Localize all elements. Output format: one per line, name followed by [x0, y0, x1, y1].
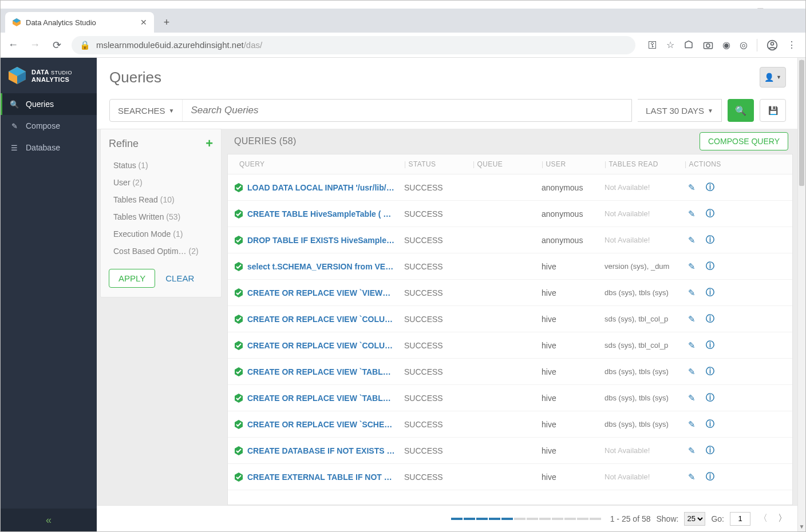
scroll-down-icon[interactable]: ▼ — [798, 523, 805, 531]
table-row: CREATE OR REPLACE VIEW `COLUM…SUCCESShiv… — [228, 332, 792, 359]
magnifier-icon: 🔍 — [735, 105, 746, 116]
clear-button[interactable]: CLEAR — [162, 269, 197, 288]
search-button[interactable]: 🔍 — [728, 99, 754, 122]
query-link[interactable]: CREATE OR REPLACE VIEW `TABLES… — [247, 394, 395, 403]
key-icon[interactable]: ⚿ — [648, 40, 657, 50]
cell-tables-read: dbs (sys), tbls (sys) — [600, 362, 680, 382]
col-status[interactable]: |STATUS — [400, 154, 468, 174]
info-action-icon[interactable]: ⓘ — [706, 445, 714, 456]
success-badge-icon — [234, 314, 244, 324]
back-button[interactable]: ← — [6, 38, 20, 52]
edit-action-icon[interactable]: ✎ — [688, 314, 696, 324]
query-link[interactable]: CREATE OR REPLACE VIEW `TABLE_… — [247, 367, 395, 376]
edit-action-icon[interactable]: ✎ — [688, 288, 696, 298]
compose-query-button[interactable]: COMPOSE QUERY — [700, 132, 788, 150]
pager-prev[interactable]: 〈 — [756, 513, 770, 525]
reload-button[interactable]: ⟳ — [50, 38, 64, 52]
query-link[interactable]: CREATE OR REPLACE VIEW `COLUM… — [247, 341, 395, 350]
edit-action-icon[interactable]: ✎ — [688, 472, 696, 482]
profile-icon[interactable] — [767, 39, 778, 51]
pager-go-input[interactable] — [730, 512, 750, 526]
col-query[interactable]: QUERY — [228, 154, 400, 174]
edit-action-icon[interactable]: ✎ — [688, 209, 696, 219]
close-tab-icon[interactable]: ✕ — [140, 18, 147, 27]
info-action-icon[interactable]: ⓘ — [706, 235, 714, 245]
searches-dropdown[interactable]: SEARCHES ▼ — [110, 100, 183, 121]
kebab-menu-icon[interactable]: ⋮ — [787, 39, 796, 50]
searches-dropdown-label: SEARCHES — [118, 106, 165, 116]
cell-status: SUCCESS — [400, 177, 468, 198]
refine-item[interactable]: Cost Based Optim… (2) — [101, 243, 221, 260]
sidebar-item-database[interactable]: ☰ Database — [1, 137, 97, 158]
browser-tab-active[interactable]: Data Analytics Studio ✕ — [5, 12, 154, 33]
cast-icon[interactable] — [683, 40, 694, 50]
star-icon[interactable]: ☆ — [666, 39, 674, 50]
date-range-dropdown[interactable]: LAST 30 DAYS ▼ — [638, 99, 722, 122]
user-menu-button[interactable]: 👤▼ — [760, 67, 786, 88]
browser-window: — ☐ ✕ Data Analytics Studio ✕ + ← → ⟳ 🔒 … — [0, 0, 806, 532]
info-action-icon[interactable]: ⓘ — [706, 208, 714, 219]
vertical-scrollbar[interactable]: ▲ ▼ — [797, 58, 805, 531]
col-user[interactable]: |USER — [537, 154, 600, 174]
search-input[interactable] — [183, 100, 631, 121]
refine-add-button[interactable]: + — [206, 136, 213, 151]
query-link[interactable]: CREATE OR REPLACE VIEW `SCHEM… — [247, 420, 395, 429]
camera-icon[interactable] — [703, 41, 713, 50]
query-link[interactable]: CREATE OR REPLACE VIEW `VIEWS` … — [247, 288, 395, 297]
edit-action-icon[interactable]: ✎ — [688, 419, 696, 430]
refine-item[interactable]: Status (1) — [101, 157, 221, 174]
info-action-icon[interactable]: ⓘ — [706, 287, 714, 298]
edit-action-icon[interactable]: ✎ — [688, 235, 696, 245]
sidebar-item-queries[interactable]: 🔍 Queries — [1, 93, 97, 115]
scrollbar-thumb[interactable] — [799, 60, 804, 186]
info-action-icon[interactable]: ⓘ — [706, 419, 714, 430]
cell-user: anonymous — [537, 204, 600, 224]
info-action-icon[interactable]: ⓘ — [706, 392, 714, 403]
query-link[interactable]: LOAD DATA LOCAL INPATH '/usr/lib/exa… — [247, 183, 395, 192]
cell-queue — [468, 419, 537, 430]
forward-button[interactable]: → — [28, 38, 42, 52]
info-action-icon[interactable]: ⓘ — [706, 366, 714, 377]
pager-next[interactable]: 〉 — [776, 513, 789, 525]
refine-item[interactable]: Execution Mode (1) — [101, 225, 221, 243]
sidebar-item-label: Queries — [26, 100, 54, 109]
edit-action-icon[interactable]: ✎ — [688, 261, 696, 272]
sidebar-item-compose[interactable]: ✎ Compose — [1, 115, 97, 137]
cell-user: anonymous — [537, 230, 600, 251]
query-link[interactable]: CREATE OR REPLACE VIEW `COLUM… — [247, 315, 395, 324]
edit-action-icon[interactable]: ✎ — [688, 340, 696, 351]
col-tables-read[interactable]: |TABLES READ — [600, 154, 680, 174]
info-action-icon[interactable]: ⓘ — [706, 340, 714, 351]
cell-status: SUCCESS — [400, 283, 468, 303]
col-queue[interactable]: |QUEUE — [468, 154, 537, 174]
query-link[interactable]: DROP TABLE IF EXISTS HiveSampleTa… — [247, 236, 395, 245]
new-tab-button[interactable]: + — [157, 13, 176, 31]
info-action-icon[interactable]: ⓘ — [706, 471, 714, 482]
user-icon: 👤 — [764, 73, 774, 82]
refine-item[interactable]: Tables Written (53) — [101, 208, 221, 225]
brand-logo-icon — [7, 66, 27, 85]
query-link[interactable]: select t.SCHEMA_VERSION from VERS… — [247, 262, 395, 271]
refine-item[interactable]: User (2) — [101, 174, 221, 191]
caret-down-icon: ▼ — [776, 74, 781, 80]
edit-action-icon[interactable]: ✎ — [688, 446, 696, 456]
address-bar[interactable]: 🔒 mslearnmodule6uid.azurehdinsight.net/d… — [72, 36, 635, 54]
extension-circle-icon[interactable]: ◎ — [740, 39, 748, 50]
info-action-icon[interactable]: ⓘ — [706, 261, 714, 272]
apply-button[interactable]: APPLY — [109, 269, 155, 288]
edit-action-icon[interactable]: ✎ — [688, 182, 696, 193]
pager-show-select[interactable]: 25 — [684, 512, 705, 526]
query-link[interactable]: CREATE TABLE HiveSampleTable ( Clie… — [247, 209, 395, 219]
info-action-icon[interactable]: ⓘ — [706, 313, 714, 324]
refine-item[interactable]: Tables Read (10) — [101, 191, 221, 208]
edit-action-icon[interactable]: ✎ — [688, 393, 696, 403]
sidebar-collapse-button[interactable]: « — [1, 509, 97, 531]
query-link[interactable]: CREATE DATABASE IF NOT EXISTS IN… — [247, 446, 395, 455]
export-button[interactable]: 💾 — [760, 99, 786, 122]
query-link[interactable]: CREATE EXTERNAL TABLE IF NOT EX… — [247, 473, 395, 482]
edit-action-icon[interactable]: ✎ — [688, 367, 696, 377]
page-header: Queries 👤▼ — [97, 58, 799, 96]
info-action-icon[interactable]: ⓘ — [706, 182, 714, 193]
success-badge-icon — [234, 235, 244, 245]
extension-dot-icon[interactable]: ◉ — [722, 39, 730, 50]
